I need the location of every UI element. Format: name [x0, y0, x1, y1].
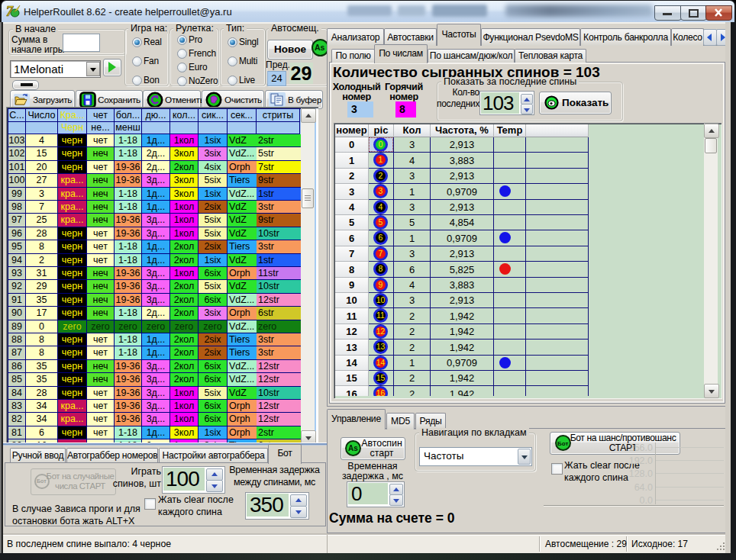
- svg-text:7: 7: [6, 5, 14, 18]
